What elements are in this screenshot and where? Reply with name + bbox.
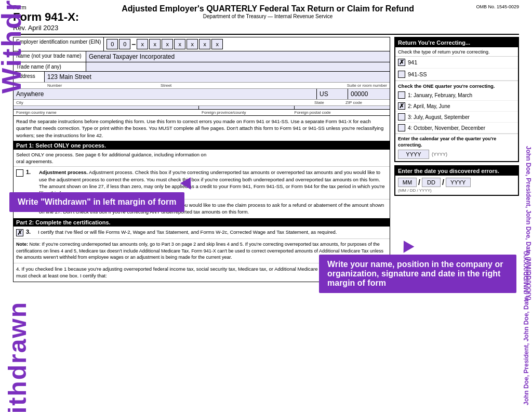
foreign-country[interactable] <box>14 106 199 109</box>
q2-label: 2: April, May, June <box>408 103 450 109</box>
date-input-area: MM / DD / YYYY (MM / DD / YYYY) <box>395 176 518 195</box>
date-yyyy[interactable]: YYYY <box>446 178 471 187</box>
item1-checkbox[interactable] <box>16 169 23 177</box>
zip-sublabel: ZIP code <box>345 100 387 105</box>
name-label: Name (not your trade name) <box>14 51 86 62</box>
type-941ss-label: 941-SS <box>408 71 427 77</box>
street-row: Address 123 Main Street <box>14 72 390 83</box>
year-label: Enter the calendar year of the quarter y… <box>398 136 515 148</box>
form-title-block: Adjusted Employer's QUARTERLY Federal Ta… <box>79 4 457 19</box>
form-header: Form Form 941-X: Rev. April 2023 Adjuste… <box>13 4 519 35</box>
date-sep-2: / <box>442 178 444 187</box>
left-column: Employer identification number (EIN) 0 0… <box>13 37 390 282</box>
name-row: Name (not your trade name) General Taxpa… <box>14 51 390 62</box>
date-hint: (MM / DD / YYYY) <box>398 188 515 193</box>
withdrawn-vertical-text: Withdrawn <box>3 301 32 412</box>
type-941-label: 941 <box>408 59 417 65</box>
part1-label: Part 1: <box>16 142 34 149</box>
part2-header: Part 2: Complete the certifications. <box>14 218 390 227</box>
part1-title: Select ONLY one process. <box>35 142 106 149</box>
date-mm[interactable]: MM <box>398 178 417 187</box>
type-941-checkbox[interactable]: ✗ <box>398 59 405 66</box>
right-margin-vertical-text: John Doe, President, John Doe, Date (MM/… <box>523 21 530 405</box>
year-section: Enter the calendar year of the quarter y… <box>395 134 518 161</box>
date-discovered-header: Enter the date you discovered errors. <box>395 166 518 176</box>
type-941-option[interactable]: ✗ 941 <box>395 57 518 69</box>
ein-row: Employer identification number (EIN) 0 0… <box>14 37 390 51</box>
ein-boxes: 0 0 – x x x x x x x <box>104 37 225 51</box>
trade-label: Trade name (if any) <box>14 62 86 71</box>
city-state-row: Anywhere US 00000 <box>14 89 390 100</box>
ein-box-4[interactable]: x <box>149 39 161 49</box>
check-type-label: Check the type of return you're correcti… <box>395 47 518 57</box>
city-state-sublabels: City State ZIP code <box>14 100 390 106</box>
omb-number: OMB No. 1545-0029 <box>457 4 519 9</box>
trade-name-row: Trade name (if any) <box>14 62 390 72</box>
ein-box-3[interactable]: x <box>137 39 148 49</box>
part1-instruction: Select ONLY one process. See page 6 for … <box>14 150 390 167</box>
foreign-province[interactable] <box>199 106 295 109</box>
year-input-row: YYYY (YYYY) <box>398 150 515 159</box>
q4-option[interactable]: 4: October, November, December <box>395 123 518 134</box>
foreign-postal-label: Foreign postal code <box>295 110 388 115</box>
part2-label: Part 2: <box>16 219 34 225</box>
year-input[interactable]: YYYY <box>398 150 429 159</box>
item1-title: Adjustment process. <box>39 169 88 175</box>
type-941ss-option[interactable]: 941-SS <box>395 69 518 81</box>
q2-option[interactable]: ✗ 2: April, May, June <box>395 101 518 112</box>
part1-header: Part 1: Select ONLY one process. <box>14 141 390 150</box>
item1-number: 1. <box>26 169 36 175</box>
item3-number: 3. <box>26 229 35 235</box>
date-dd[interactable]: DD <box>422 178 441 187</box>
form-subtitle: Department of the Treasury — Internal Re… <box>79 14 457 19</box>
street-sublabels: Number Street Suite or room number <box>14 83 390 89</box>
form-id: Form 941-X: <box>13 10 79 24</box>
city-sublabel: City <box>16 100 314 105</box>
city-value[interactable]: Anywhere <box>14 89 317 99</box>
date-sep-1: / <box>418 178 420 187</box>
q4-checkbox[interactable] <box>398 124 405 131</box>
foreign-prov-label: Foreign province/county <box>202 110 295 115</box>
part2-title: Complete the certifications. <box>35 219 110 225</box>
suite-sublabel: Suite or room number <box>274 83 387 88</box>
ein-box-9[interactable]: x <box>211 39 223 49</box>
q1-label: 1: January, February, March <box>408 92 472 98</box>
address-section: Address 123 Main Street Number Street Su… <box>14 72 390 116</box>
ein-box-7[interactable]: x <box>187 39 198 49</box>
return-correcting-box: Return You're Correcting... Check the ty… <box>394 37 519 162</box>
ein-box-2[interactable]: 0 <box>119 39 130 49</box>
foreign-country-label: Foreign country name <box>16 110 202 115</box>
form-instructions: Read the separate instructions before co… <box>14 116 390 141</box>
date-fields: MM / DD / YYYY <box>398 178 515 187</box>
foreign-row <box>14 106 390 110</box>
q2-checkbox[interactable]: ✗ <box>398 102 405 110</box>
zip-value[interactable]: 00000 <box>348 89 390 99</box>
right-margin-annotation: John Doe, President, John Doe, Date (MM/… <box>525 21 532 412</box>
foreign-postal[interactable] <box>295 106 390 109</box>
state-sublabel: State <box>314 100 345 105</box>
street-value[interactable]: 123 Main Street <box>45 72 390 82</box>
quarter-header: Check the ONE quarter you're correcting. <box>395 81 518 90</box>
ein-box-6[interactable]: x <box>174 39 185 49</box>
ein-box-5[interactable]: x <box>162 39 173 49</box>
form-title: Adjusted Employer's QUARTERLY Federal Ta… <box>79 4 457 14</box>
q1-checkbox[interactable] <box>398 91 405 99</box>
street-sublabel: Street <box>161 83 274 88</box>
q3-checkbox[interactable] <box>398 113 405 121</box>
name-value[interactable]: General Taxpayer Incorporated <box>86 51 390 62</box>
state-value[interactable]: US <box>317 89 348 99</box>
form-rev: Rev. April 2023 <box>13 24 79 32</box>
form-body: Employer identification number (EIN) 0 0… <box>13 37 519 282</box>
annotation-left-box: Write "Withdrawn" in left margin of form <box>9 192 184 212</box>
trade-value[interactable] <box>86 62 390 71</box>
date-discovered-box: Enter the date you discovered errors. MM… <box>394 165 519 196</box>
item3-text: I certify that I've filed or will file F… <box>38 229 337 235</box>
ein-box-8[interactable]: x <box>199 39 210 49</box>
q3-option[interactable]: 3: July, August, September <box>395 112 518 123</box>
form-label: Form <box>13 4 79 10</box>
type-941ss-checkbox[interactable] <box>398 71 405 78</box>
ein-box-1[interactable]: 0 <box>107 39 118 49</box>
item3-checkbox[interactable]: ✗ <box>16 229 23 236</box>
q1-option[interactable]: 1: January, February, March <box>395 90 518 101</box>
item3-row: ✗ 3. I certify that I've filed or will f… <box>14 227 390 238</box>
